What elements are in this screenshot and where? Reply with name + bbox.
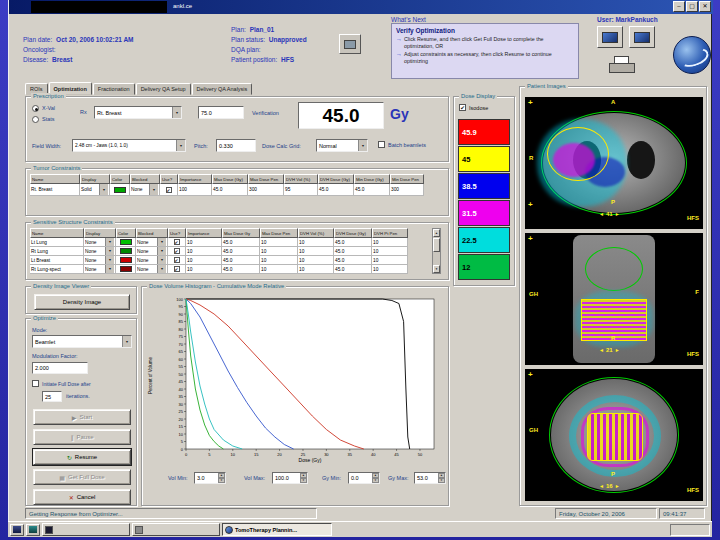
maximize-button[interactable]: ▢ [686, 1, 698, 12]
prev-slice-icon[interactable]: ◄ [599, 211, 604, 217]
slice-navigator[interactable]: ◄ 16 ► [599, 483, 620, 489]
printer-icon[interactable] [609, 56, 635, 74]
next-slice-icon[interactable]: ► [615, 347, 620, 353]
isodose-level[interactable]: 12 [458, 254, 510, 280]
spin-down-icon[interactable]: ▼ [218, 478, 225, 483]
density-image-button[interactable]: Density Image [34, 294, 130, 310]
cell-importance[interactable]: 10 [186, 238, 222, 247]
cell-importance[interactable]: 10 [186, 265, 222, 274]
taskbar-item-1[interactable] [42, 523, 130, 536]
cell-dvh-vol[interactable]: 10 [298, 247, 334, 256]
cell-display-dropdown[interactable]: Solid▼ [80, 184, 110, 196]
rx-structure-dropdown[interactable]: Rt. Breast ▼ [94, 106, 182, 119]
pan-icon[interactable]: + [528, 371, 533, 379]
isodose-checkbox[interactable]: ✔ [459, 104, 466, 111]
sagittal-view[interactable]: + GH P ◄ 16 ► HFS [525, 369, 703, 501]
taskbar-launcher-icon[interactable] [10, 524, 24, 536]
cancel-button[interactable]: ✕ Cancel [33, 489, 131, 505]
cell-max-dose[interactable]: 45.0 [222, 256, 260, 265]
modulation-factor-field[interactable]: 2.000 [32, 362, 88, 374]
cell-blocked-dropdown[interactable]: None▼ [136, 256, 168, 265]
dvh-plot[interactable]: 0510152025303540455055606570758085909510… [166, 295, 438, 463]
isodose-level[interactable]: 31.5 [458, 200, 510, 226]
cell-display-dropdown[interactable]: None▼ [84, 247, 116, 256]
prev-slice-icon[interactable]: ◄ [599, 483, 604, 489]
gy-max-field[interactable]: 53.0 ▲▼ [414, 472, 446, 484]
cell-color[interactable] [116, 265, 136, 274]
cell-max-dose-pen[interactable]: 10 [260, 247, 298, 256]
spin-down-icon[interactable]: ▼ [372, 478, 379, 483]
axial-view[interactable]: + + A R P ◄ 41 ► HFS [525, 97, 703, 229]
cell-color[interactable] [116, 256, 136, 265]
cell-use-checkbox[interactable]: ✔ [168, 247, 186, 256]
close-button[interactable]: ✕ [699, 1, 711, 12]
planning-station-icon[interactable] [629, 26, 655, 48]
taskbar-item-tomotherapy[interactable]: TomoTherapy Plannin... [222, 523, 332, 536]
cell-max-dose-pen[interactable]: 10 [260, 238, 298, 247]
plan-transfer-icon[interactable] [339, 34, 361, 54]
mode-dropdown[interactable]: Beamlet ▼ [32, 335, 132, 348]
cell-dvh-pen[interactable]: 10 [372, 256, 408, 265]
cell-color[interactable] [116, 247, 136, 256]
cell-dvh-dose[interactable]: 45.0 [334, 256, 372, 265]
iterations-field[interactable]: 25 [42, 391, 62, 402]
tab-delivery-qa-setup[interactable]: Delivery QA Setup [136, 83, 191, 95]
next-slice-icon[interactable]: ► [615, 483, 620, 489]
prev-slice-icon[interactable]: ◄ [599, 347, 604, 353]
pause-button[interactable]: ∥ Pause [33, 429, 131, 445]
cell-dvh-dose[interactable]: 45.0 [334, 265, 372, 274]
cell-dvh-dose[interactable]: 45.0 [318, 184, 354, 196]
get-full-dose-button[interactable]: ▦ Get Full Dose [33, 469, 131, 485]
taskbar-launcher-icon[interactable] [26, 524, 40, 536]
isodose-level[interactable]: 38.5 [458, 173, 510, 199]
cell-dvh-vol[interactable]: 10 [298, 256, 334, 265]
spin-down-icon[interactable]: ▼ [438, 478, 445, 483]
window-titlebar[interactable]: ankl.ce – ▢ ✕ [9, 0, 713, 14]
cell-use-checkbox[interactable]: ✔ [168, 265, 186, 274]
field-width-dropdown[interactable]: 2.48 cm - Jaws (1.0, 1.0) ▼ [72, 139, 186, 152]
cell-blocked-dropdown[interactable]: None▼ [136, 238, 168, 247]
batch-beamlets-checkbox[interactable] [378, 141, 385, 148]
cell-dvh-dose[interactable]: 45.0 [334, 247, 372, 256]
cell-use-checkbox[interactable]: ✔ [168, 238, 186, 247]
cell-max-dose[interactable]: 45.0 [222, 265, 260, 274]
rx-dose-field[interactable]: 75.0 [198, 106, 244, 119]
cell-use-checkbox[interactable]: ✔ [160, 184, 178, 196]
dose-calc-grid-dropdown[interactable]: Normal ▼ [316, 139, 368, 152]
cell-dvh-pen[interactable]: 10 [372, 238, 408, 247]
start-button[interactable]: ▶ Start [33, 409, 131, 425]
cell-min-dose-pen[interactable]: 300 [390, 184, 424, 196]
cell-max-dose[interactable]: 45.0 [212, 184, 248, 196]
pitch-field[interactable]: 0.330 [216, 139, 256, 152]
cell-max-dose[interactable]: 45.0 [222, 238, 260, 247]
scroll-up-icon[interactable]: ▲ [433, 229, 440, 237]
xval-radio[interactable] [32, 105, 39, 112]
isodose-level[interactable]: 45.9 [458, 119, 510, 145]
slice-navigator[interactable]: ◄ 41 ► [599, 211, 620, 217]
tab-fractionation[interactable]: Fractionation [93, 83, 135, 95]
spinner[interactable]: ▲▼ [300, 473, 307, 483]
spin-down-icon[interactable]: ▼ [300, 478, 307, 483]
cell-importance[interactable]: 100 [178, 184, 212, 196]
resume-button[interactable]: ↻ Resume [33, 449, 131, 465]
taskbar-item-2[interactable] [132, 523, 220, 536]
cell-dvh-pen[interactable]: 10 [372, 265, 408, 274]
cell-blocked-dropdown[interactable]: None▼ [136, 247, 168, 256]
cell-blocked-dropdown[interactable]: None▼ [130, 184, 160, 196]
pan-icon[interactable]: + [528, 201, 533, 209]
cell-max-dose-pen[interactable]: 10 [260, 256, 298, 265]
initiate-full-dose-checkbox[interactable] [32, 380, 39, 387]
cell-color[interactable] [116, 238, 136, 247]
next-slice-icon[interactable]: ► [615, 211, 620, 217]
cell-importance[interactable]: 10 [186, 256, 222, 265]
cell-display-dropdown[interactable]: None▼ [84, 238, 116, 247]
coronal-view[interactable]: + GH F R ◄ 21 ► HFS [525, 233, 703, 365]
cell-display-dropdown[interactable]: None▼ [84, 256, 116, 265]
scroll-down-icon[interactable]: ▼ [433, 265, 440, 273]
spinner[interactable]: ▲▼ [218, 473, 225, 483]
pan-icon[interactable]: + [528, 235, 533, 243]
cell-blocked-dropdown[interactable]: None▼ [136, 265, 168, 274]
scroll-thumb[interactable] [433, 238, 440, 252]
cell-max-dose[interactable]: 45.0 [222, 247, 260, 256]
slice-navigator[interactable]: ◄ 21 ► [599, 347, 620, 353]
